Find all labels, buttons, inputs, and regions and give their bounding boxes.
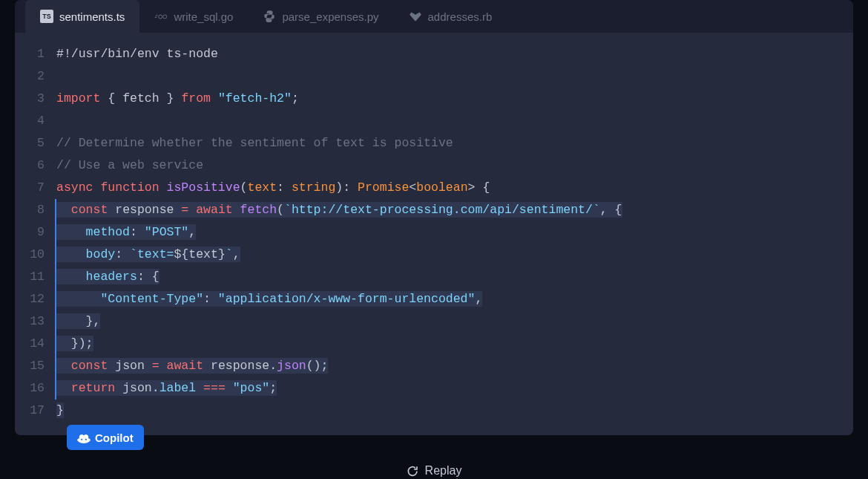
copilot-icon xyxy=(77,431,91,444)
code-line[interactable]: 16 return json.label === "pos"; xyxy=(15,377,853,400)
tab-sentiments-ts[interactable]: TSsentiments.ts xyxy=(25,0,139,33)
code-content[interactable]: async function isPositive(text: string):… xyxy=(56,177,853,199)
code-editor: TSsentiments.tswrite_sql.goparse_expense… xyxy=(15,0,853,435)
code-line[interactable]: 2 xyxy=(15,65,853,88)
typescript-icon: TS xyxy=(40,10,53,23)
line-number: 8 xyxy=(15,199,56,221)
tab-write_sql-go[interactable]: write_sql.go xyxy=(139,0,248,33)
code-line[interactable]: 14 }); xyxy=(15,333,853,355)
line-number: 1 xyxy=(15,43,56,65)
ruby-icon xyxy=(409,10,422,23)
code-line[interactable]: 9 method: "POST", xyxy=(15,221,853,244)
code-content[interactable]: #!/usr/bin/env ts-node xyxy=(56,43,853,65)
code-content[interactable]: "Content-Type": "application/x-www-form-… xyxy=(55,288,853,310)
code-content[interactable]: const json = await response.json(); xyxy=(55,355,853,377)
svg-point-1 xyxy=(163,15,167,19)
code-line[interactable]: 1#!/usr/bin/env ts-node xyxy=(15,43,853,65)
code-area[interactable]: 1#!/usr/bin/env ts-node23import { fetch … xyxy=(15,33,853,435)
svg-point-0 xyxy=(159,15,162,19)
tab-addresses-rb[interactable]: addresses.rb xyxy=(394,0,507,33)
code-line[interactable]: 11 headers: { xyxy=(15,266,853,288)
tabs-bar: TSsentiments.tswrite_sql.goparse_expense… xyxy=(15,0,853,33)
copilot-label: Copilot xyxy=(95,431,134,444)
code-line[interactable]: 3import { fetch } from "fetch-h2"; xyxy=(15,88,853,110)
code-content[interactable]: return json.label === "pos"; xyxy=(55,377,853,400)
svg-point-2 xyxy=(81,439,82,440)
line-number: 13 xyxy=(15,310,56,333)
line-number: 12 xyxy=(15,288,56,310)
code-line[interactable]: 12 "Content-Type": "application/x-www-fo… xyxy=(15,288,853,310)
code-content[interactable]: } xyxy=(56,400,853,422)
line-number: 14 xyxy=(15,333,56,355)
copilot-badge[interactable]: Copilot xyxy=(67,425,144,450)
tab-label: write_sql.go xyxy=(174,10,233,23)
code-content[interactable]: // Use a web service xyxy=(56,154,853,177)
code-line[interactable]: 5// Determine whether the sentiment of t… xyxy=(15,132,853,154)
code-line[interactable]: 10 body: `text=${text}`, xyxy=(15,244,853,266)
tab-label: parse_expenses.py xyxy=(282,10,378,23)
line-number: 9 xyxy=(15,221,56,244)
line-number: 2 xyxy=(15,65,56,88)
code-line[interactable]: 15 const json = await response.json(); xyxy=(15,355,853,377)
code-content[interactable]: }); xyxy=(55,333,853,355)
code-content[interactable]: // Determine whether the sentiment of te… xyxy=(56,132,853,154)
tab-parse_expenses-py[interactable]: parse_expenses.py xyxy=(248,0,393,33)
line-number: 6 xyxy=(15,154,56,177)
code-line[interactable]: 4 xyxy=(15,110,853,132)
code-content[interactable]: headers: { xyxy=(55,266,853,288)
code-line[interactable]: 8 const response = await fetch(`http://t… xyxy=(15,199,853,221)
python-icon xyxy=(263,10,276,23)
line-number: 7 xyxy=(15,177,56,199)
code-line[interactable]: 17} xyxy=(15,400,853,422)
code-content[interactable]: method: "POST", xyxy=(55,221,853,244)
tab-label: sentiments.ts xyxy=(59,10,125,23)
line-number: 5 xyxy=(15,132,56,154)
line-number: 16 xyxy=(15,377,56,400)
line-number: 3 xyxy=(15,88,56,110)
replay-button[interactable]: Replay xyxy=(407,464,462,478)
code-content[interactable]: const response = await fetch(`http://tex… xyxy=(55,199,853,221)
svg-point-3 xyxy=(85,439,87,440)
replay-label: Replay xyxy=(425,464,462,478)
line-number: 15 xyxy=(15,355,56,377)
code-content[interactable]: }, xyxy=(55,310,853,333)
go-icon xyxy=(154,13,168,21)
code-line[interactable]: 6// Use a web service xyxy=(15,154,853,177)
tab-label: addresses.rb xyxy=(428,10,493,23)
replay-icon xyxy=(407,465,419,478)
code-content[interactable]: import { fetch } from "fetch-h2"; xyxy=(56,88,853,110)
code-line[interactable]: 13 }, xyxy=(15,310,853,333)
code-line[interactable]: 7async function isPositive(text: string)… xyxy=(15,177,853,199)
code-content[interactable]: body: `text=${text}`, xyxy=(55,244,853,266)
line-number: 4 xyxy=(15,110,56,132)
line-number: 11 xyxy=(15,266,56,288)
line-number: 10 xyxy=(15,244,56,266)
line-number: 17 xyxy=(15,400,56,422)
